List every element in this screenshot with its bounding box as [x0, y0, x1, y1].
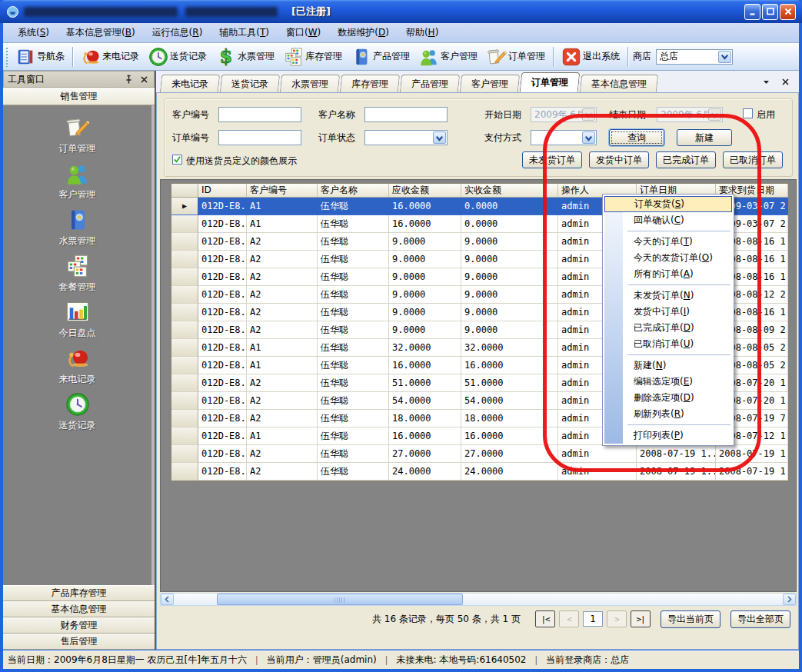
toolbar-button-inventory[interactable]: 库存管理: [280, 45, 346, 68]
context-menu-item[interactable]: 未发货订单(N): [604, 288, 732, 304]
order-status-combo[interactable]: [364, 130, 448, 145]
enable-checkbox[interactable]: [743, 108, 753, 118]
last-page-button[interactable]: >|: [631, 610, 651, 627]
context-menu-item[interactable]: 已取消订单(U): [604, 336, 732, 352]
column-header[interactable]: 实收金额: [461, 184, 558, 198]
menubar-item[interactable]: 运行信息(R): [144, 24, 211, 42]
end-date-picker[interactable]: 2009年 6月 8日: [657, 107, 723, 122]
toolbar-button-navigator[interactable]: 导航条: [12, 45, 68, 68]
table-row[interactable]: 012D-E8...A2伍华聪27.000027.0000admin2008-0…: [171, 445, 787, 463]
menubar-item[interactable]: 窗口(W): [278, 24, 329, 42]
sidebar-item-call-records[interactable]: 来电记录: [9, 346, 145, 390]
sidebar-group-button[interactable]: 产品库存管理: [3, 585, 155, 601]
context-menu-item[interactable]: 回单确认(C): [604, 212, 732, 228]
start-date-picker[interactable]: 2009年 6月 8日: [531, 107, 597, 122]
context-menu-item[interactable]: 今天的发货订单(O): [604, 250, 732, 266]
color-display-checkbox[interactable]: [172, 155, 182, 165]
chevron-down-icon[interactable]: [582, 131, 595, 144]
context-menu-item[interactable]: 打印列表(P): [604, 427, 732, 444]
column-header[interactable]: 客户名称: [318, 184, 389, 198]
column-header[interactable]: 客户编号: [247, 184, 318, 198]
tab-product[interactable]: 产品管理: [400, 75, 460, 92]
export-current-page-button[interactable]: 导出当前页: [661, 610, 720, 628]
tab-strip: 来电记录送货记录水票管理库存管理产品管理客户管理订单管理基本信息管理: [156, 71, 799, 92]
sidebar-item-water-ticket-management[interactable]: 水票管理: [9, 208, 145, 251]
toolbar-button-product[interactable]: 产品管理: [348, 45, 414, 68]
tab-inventory[interactable]: 库存管理: [340, 75, 400, 92]
context-menu-item[interactable]: 今天的订单(T): [604, 234, 732, 250]
context-menu-item[interactable]: 刷新列表(R): [604, 406, 732, 422]
window-minimize-button[interactable]: [744, 4, 760, 20]
export-all-pages-button[interactable]: 导出全部页: [730, 610, 790, 628]
tab-call-records[interactable]: 来电记录: [160, 75, 220, 92]
sidebar-item-delivery-records[interactable]: 送货记录: [9, 392, 145, 436]
pin-icon[interactable]: [123, 74, 135, 85]
customer-name-input[interactable]: [364, 107, 448, 122]
first-page-button[interactable]: |<: [535, 610, 555, 627]
navigator-icon: [15, 47, 35, 67]
sidebar-item-package-management[interactable]: 套餐管理: [9, 254, 145, 298]
sidebar-item-today-check[interactable]: 今日盘点: [9, 300, 145, 344]
order-no-input[interactable]: [218, 130, 301, 145]
toolbar-button-exit[interactable]: 退出系统: [557, 45, 624, 68]
toolbar-button-order[interactable]: 订单管理: [483, 45, 549, 68]
filter-status-button[interactable]: 已取消订单: [723, 151, 783, 168]
context-menu-item[interactable]: 删除选定项(D): [604, 390, 732, 406]
menubar-item[interactable]: 辅助工具(T): [211, 24, 278, 42]
tab-order[interactable]: 订单管理: [520, 72, 581, 92]
column-header[interactable]: 应收金额: [389, 184, 461, 198]
shop-combo[interactable]: 总店: [656, 49, 733, 65]
page-number-input[interactable]: 1: [583, 611, 603, 627]
menubar-item[interactable]: 帮助(H): [398, 24, 447, 42]
prev-page-button[interactable]: <: [559, 610, 579, 627]
menubar-item[interactable]: 系统(S): [9, 24, 58, 42]
sidebar-group-sales[interactable]: 销售管理: [3, 88, 155, 105]
sidebar-group-button[interactable]: 售后管理: [3, 634, 155, 650]
scroll-left-icon[interactable]: [161, 594, 174, 605]
sidebar-item-customer-management[interactable]: 客户管理: [9, 161, 145, 205]
context-menu-item[interactable]: 新建(N): [604, 358, 732, 374]
column-header[interactable]: ID: [198, 184, 247, 198]
window-maximize-button[interactable]: [762, 4, 778, 20]
toolbar-button-water-ticket[interactable]: $水票管理: [212, 45, 278, 68]
menu-separator: [627, 231, 730, 231]
chevron-down-icon[interactable]: [433, 131, 446, 144]
context-menu-item[interactable]: 发货中订单(I): [604, 304, 732, 320]
chevron-down-icon[interactable]: [760, 76, 772, 88]
filter-status-button[interactable]: 已完成订单: [656, 151, 716, 168]
query-button[interactable]: 查询: [609, 129, 664, 146]
sidebar-group-button[interactable]: 基本信息管理: [3, 601, 155, 617]
tab-customer[interactable]: 客户管理: [460, 75, 520, 92]
table-row[interactable]: 012D-E8...A2伍华聪24.000024.0000admin2008-0…: [171, 463, 787, 481]
filter-groupbox: 客户编号 客户名称 开始日期 2009年 6月 8日 结束日期 2009年 6月…: [164, 98, 793, 177]
filter-status-button[interactable]: 未发货订单: [522, 151, 582, 168]
close-dark-icon[interactable]: [780, 76, 791, 88]
sidebar-group-button[interactable]: 财务管理: [3, 617, 155, 634]
context-menu-item[interactable]: 订单发货(S): [604, 196, 732, 212]
toolbar-button-customer[interactable]: 客户管理: [415, 45, 481, 68]
filter-status-button[interactable]: 发货中订单: [589, 151, 649, 168]
tab-water-ticket[interactable]: 水票管理: [280, 75, 340, 92]
toolbar-grip[interactable]: [5, 47, 8, 67]
close-dark-icon[interactable]: [138, 74, 150, 85]
horizontal-scrollbar[interactable]: [160, 593, 797, 606]
chevron-down-icon[interactable]: [718, 51, 731, 63]
toolbar-button-call-records[interactable]: 来电记录: [77, 45, 143, 68]
sidebar-item-order-management[interactable]: 订单管理: [9, 115, 145, 159]
customer-no-input[interactable]: [218, 107, 301, 122]
toolbar-button-delivery-records[interactable]: 送货记录: [145, 45, 211, 68]
scroll-right-icon[interactable]: [783, 594, 796, 605]
scrollbar-thumb[interactable]: [217, 594, 463, 605]
payment-combo[interactable]: [531, 130, 597, 145]
menubar-item[interactable]: 基本信息管理(B): [58, 24, 144, 42]
scrollbar-track[interactable]: [174, 594, 783, 605]
next-page-button[interactable]: >: [607, 610, 627, 627]
context-menu-item[interactable]: 已完成订单(D): [604, 320, 732, 336]
tab-basic-info[interactable]: 基本信息管理: [580, 75, 658, 92]
tab-delivery-records[interactable]: 送货记录: [220, 75, 280, 92]
menubar-item[interactable]: 数据维护(D): [329, 24, 398, 42]
context-menu-item[interactable]: 编辑选定项(E): [604, 374, 732, 390]
context-menu-item[interactable]: 所有的订单(A): [604, 266, 732, 282]
new-button[interactable]: 新建: [677, 129, 732, 146]
window-close-button[interactable]: [780, 4, 796, 20]
